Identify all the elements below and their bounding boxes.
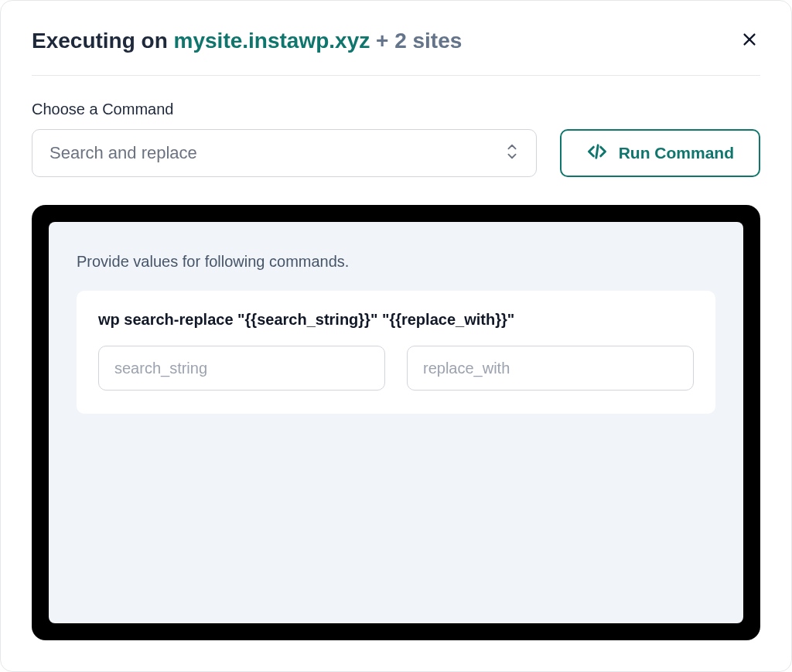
execute-command-dialog: Executing on mysite.instawp.xyz + 2 site… <box>0 0 792 672</box>
command-select[interactable]: Search and replace <box>32 129 537 177</box>
choose-command-label: Choose a Command <box>32 101 760 118</box>
svg-line-2 <box>596 145 598 157</box>
controls-row: Search and replace Run Command <box>32 129 760 177</box>
command-card: wp search-replace "{{search_string}}" "{… <box>77 291 715 414</box>
controls-section: Choose a Command Search and replace <box>32 76 760 177</box>
provide-values-text: Provide values for following commands. <box>77 253 715 271</box>
command-template-text: wp search-replace "{{search_string}}" "{… <box>98 311 694 329</box>
run-command-label: Run Command <box>619 144 734 162</box>
close-button[interactable] <box>739 30 760 52</box>
code-icon <box>586 141 608 166</box>
command-select-value: Search and replace <box>50 143 197 163</box>
terminal-frame: Provide values for following commands. w… <box>32 205 760 640</box>
run-command-button[interactable]: Run Command <box>560 129 760 177</box>
close-icon <box>741 31 758 51</box>
title-suffix: + 2 sites <box>370 29 462 53</box>
chevron-up-down-icon <box>505 143 519 163</box>
dialog-title: Executing on mysite.instawp.xyz + 2 site… <box>32 29 462 53</box>
title-prefix: Executing on <box>32 29 174 53</box>
title-site: mysite.instawp.xyz <box>174 29 370 53</box>
search-string-input[interactable] <box>98 346 385 391</box>
command-inputs-row <box>98 346 694 391</box>
dialog-header: Executing on mysite.instawp.xyz + 2 site… <box>32 29 760 76</box>
replace-with-input[interactable] <box>407 346 694 391</box>
terminal-panel: Provide values for following commands. w… <box>49 222 743 623</box>
